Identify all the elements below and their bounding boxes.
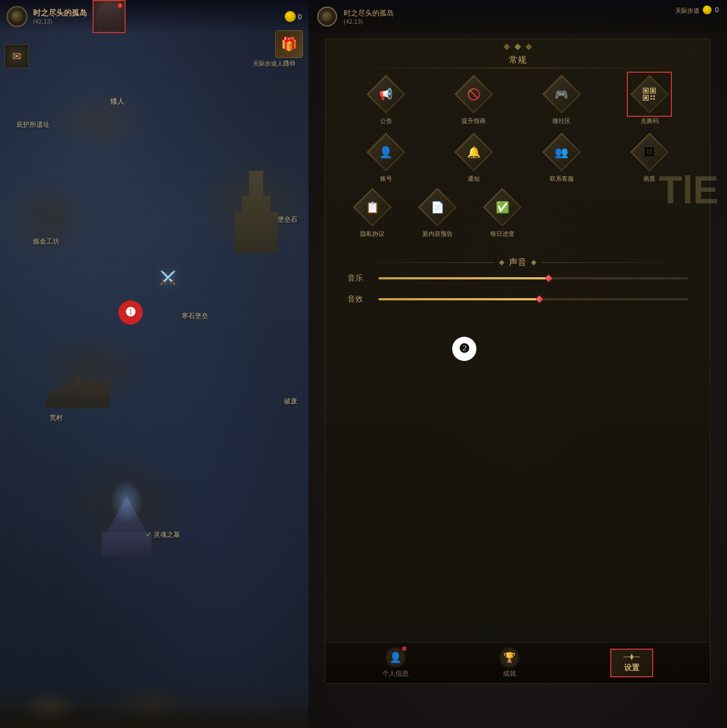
portrait-dot [118, 3, 122, 8]
icon-redeem[interactable]: 兑换码 [630, 75, 669, 125]
badge-number-1: ❶ [118, 300, 143, 325]
effects-thumb[interactable] [535, 295, 543, 303]
settings-label: 设置 [624, 663, 639, 673]
mail-icon [12, 50, 21, 63]
svg-rect-3 [652, 89, 654, 92]
icon-graphics-wrapper: 🖼 [630, 133, 669, 171]
daily-symbol: ✅ [496, 201, 509, 214]
music-thumb[interactable] [545, 274, 552, 282]
effects-label: 音效 [348, 294, 370, 304]
icon-announcement[interactable]: 📢 公告 [367, 75, 405, 125]
right-location-name: 时之尽头的孤岛 [344, 8, 394, 18]
account-label: 账号 [380, 175, 392, 183]
qr-code-icon [642, 87, 657, 102]
icon-notification-inner: 🔔 [456, 134, 491, 170]
icon-redeem-inner-wrap [630, 75, 669, 114]
community-symbol: 🎮 [555, 88, 568, 101]
compass-icon[interactable] [7, 6, 28, 27]
icon-support-wrapper: 👥 [542, 133, 581, 171]
settings-active-button[interactable]: 设置 [610, 649, 653, 677]
globe-icon[interactable] [317, 7, 337, 26]
resource-coin-value: 0 [298, 13, 302, 21]
preview-label: 新内容预告 [422, 230, 453, 238]
notification-symbol: 🔔 [467, 145, 481, 159]
icon-redeem-wrapper [630, 75, 669, 114]
location-info: 时之尽头的孤岛 (42,13) [33, 8, 87, 25]
icon-guide-wrapper: 🚫 [454, 75, 493, 114]
character-portrait[interactable] [93, 0, 126, 33]
personal-info-label: 个人信息 [382, 669, 409, 678]
top-bar-right: 时之尽头的孤岛 (42,13) 0 天际步道 [308, 0, 727, 33]
svg-rect-9 [653, 98, 655, 100]
effects-track[interactable] [378, 298, 688, 300]
icon-daily[interactable]: ✅ 每日进度 [483, 188, 522, 238]
skyway-label: 天际步道 [675, 7, 699, 15]
support-symbol: 👥 [555, 145, 568, 159]
general-title: 常规 [509, 55, 527, 64]
soul-check-icon: ✓ [146, 531, 151, 538]
soul-tomb-label-group: ✓ 灵魂之墓 [146, 529, 180, 540]
icon-redeem-inner [632, 77, 667, 112]
icon-preview[interactable]: 📄 新内容预告 [418, 188, 457, 238]
privacy-symbol: 📋 [366, 201, 379, 214]
location-name: 时之尽头的孤岛 [33, 8, 87, 18]
right-bottom-area [308, 687, 727, 728]
svg-rect-8 [650, 98, 652, 100]
guide-symbol: 🚫 [467, 88, 481, 101]
icon-support[interactable]: 👥 联系客服 [542, 133, 581, 183]
sound-deco-diamond-2 [531, 260, 536, 266]
bottom-terrain-2 [110, 684, 193, 722]
resources: 0 [285, 11, 302, 22]
icons-row-3: 📋 隐私协议 📄 新内容预告 [342, 188, 693, 238]
icon-community-wrapper: 🎮 [542, 75, 581, 114]
sound-title: 声音 [509, 257, 527, 268]
graphics-label: 画质 [643, 175, 655, 183]
deco-diamond-left [503, 44, 510, 50]
castle-building [220, 171, 292, 254]
icon-daily-wrapper: ✅ [483, 188, 522, 227]
bottom-terrain [22, 689, 77, 722]
achievements-icon: 🏆 [500, 648, 519, 667]
icon-community[interactable]: 🎮 微社区 [542, 75, 581, 125]
music-row: 音乐 [348, 273, 688, 283]
achievements-label: 成就 [503, 669, 516, 678]
icon-graphics[interactable]: 🖼 画质 [630, 133, 669, 183]
activity-button[interactable]: 🎁 活动 [275, 30, 303, 67]
icon-account-wrapper: 👤 [367, 133, 405, 171]
icon-account-inner: 👤 [368, 134, 404, 170]
personal-info-button[interactable]: 👤 个人信息 [382, 648, 409, 678]
soul-glow [110, 479, 143, 524]
settings-panel: 常规 📢 公告 🚫 [325, 39, 710, 684]
terrain-2 [0, 176, 99, 259]
icon-graphics-inner: 🖼 [632, 134, 667, 170]
svg-rect-1 [644, 89, 647, 92]
icon-preview-inner: 📄 [420, 190, 455, 225]
badge-number-2: ❷ [452, 337, 476, 361]
announcement-symbol: 📢 [379, 88, 393, 101]
icon-bg-inner: 📢 [368, 77, 404, 112]
daily-label: 每日进度 [490, 230, 514, 238]
coin-icon [285, 11, 296, 22]
icon-guide[interactable]: 🚫 提升指南 [454, 75, 493, 125]
svg-rect-7 [653, 95, 655, 97]
icon-daily-inner: ✅ [485, 190, 520, 225]
right-location-info: 时之尽头的孤岛 (42,13) [344, 8, 394, 25]
sound-deco-diamond [499, 260, 504, 266]
general-divider [359, 68, 677, 68]
icon-notification[interactable]: 🔔 通知 [454, 133, 493, 183]
icon-preview-wrapper: 📄 [418, 188, 457, 227]
icon-support-inner: 👥 [544, 134, 579, 170]
effects-fill [378, 298, 539, 300]
music-track[interactable] [378, 277, 688, 279]
music-fill [378, 277, 549, 279]
music-label: 音乐 [348, 273, 370, 283]
icon-privacy[interactable]: 📋 隐私协议 [353, 188, 392, 238]
left-sidebar [4, 44, 29, 68]
top-bar-left: 时之尽头的孤岛 (42,13) 0 [0, 0, 308, 33]
achievements-button[interactable]: 🏆 成就 [500, 648, 519, 678]
icon-guide-inner: 🚫 [456, 77, 491, 112]
effects-row: 音效 [348, 294, 688, 304]
account-symbol: 👤 [379, 145, 393, 159]
icon-account[interactable]: 👤 账号 [367, 133, 405, 183]
mail-button[interactable] [4, 44, 29, 68]
